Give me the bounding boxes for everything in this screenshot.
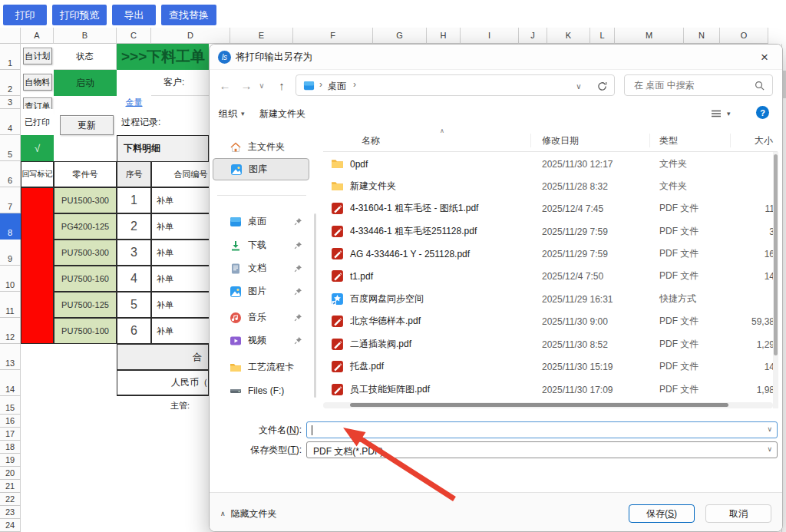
list-header-size[interactable]: 大小: [701, 131, 773, 151]
sidebar-item-drive-f[interactable]: Files (F:): [213, 380, 308, 401]
close-button[interactable]: ×: [747, 45, 782, 70]
cancel-button[interactable]: 取消: [705, 504, 771, 523]
auto-material-button[interactable]: 自物料: [23, 74, 52, 91]
vertical-scrollbar-thumb[interactable]: [774, 154, 778, 355]
savetype-dropdown-chevron[interactable]: ∨: [767, 445, 772, 453]
col-header-O[interactable]: O: [720, 28, 768, 44]
file-row[interactable]: t1.pdf 2025/12/4 7:50 PDF 文件 14: [323, 265, 778, 287]
file-row[interactable]: 托盘.pdf 2025/11/30 15:19 PDF 文件 14: [323, 355, 778, 378]
breadcrumb-path[interactable]: 桌面: [328, 80, 346, 93]
part-cell[interactable]: PU7500-300: [54, 240, 117, 266]
cell-quantity-link[interactable]: 金量: [117, 96, 151, 109]
list-header-type[interactable]: 类型: [659, 131, 678, 151]
seq-cell[interactable]: 6: [117, 318, 151, 344]
search-input[interactable]: [632, 78, 748, 93]
file-row[interactable]: 北京华德样本.pdf 2025/11/30 9:00 PDF 文件 59,38: [323, 310, 778, 332]
row-header-14[interactable]: 14: [0, 370, 21, 396]
hide-folders-button[interactable]: ∧ 隐藏文件夹: [220, 505, 277, 522]
col-header-G[interactable]: G: [373, 28, 427, 44]
col-header-C[interactable]: C: [117, 28, 151, 44]
row-header-6[interactable]: 6: [0, 161, 21, 187]
cell-seq-header[interactable]: 序号: [117, 161, 151, 187]
row-header-16[interactable]: 16: [0, 415, 21, 428]
col-header-L[interactable]: L: [590, 28, 615, 44]
row-header-11[interactable]: 11: [0, 292, 21, 318]
row-header-19[interactable]: 19: [0, 454, 21, 467]
file-row[interactable]: 百度网盘同步空间 2025/11/29 16:31 快捷方式: [323, 288, 778, 310]
filename-combobox[interactable]: ∨: [306, 421, 778, 438]
search-box[interactable]: [624, 74, 773, 96]
sidebar-item-music[interactable]: 音乐: [213, 307, 308, 328]
writeback-red-block[interactable]: [21, 187, 54, 344]
col-header-H[interactable]: H: [427, 28, 461, 44]
row-header-21[interactable]: 21: [0, 480, 21, 493]
filename-dropdown-chevron[interactable]: ∨: [767, 425, 772, 433]
organize-button[interactable]: 组织 ▾: [219, 106, 245, 121]
update-button[interactable]: 更新: [60, 115, 114, 135]
export-button[interactable]: 导出: [112, 5, 156, 25]
seq-cell[interactable]: 2: [117, 213, 151, 240]
sidebar-item-gallery[interactable]: 图库: [213, 158, 309, 180]
file-row[interactable]: 新建文件夹 2025/11/28 8:32 文件夹: [323, 175, 778, 197]
row-header-8[interactable]: 8: [0, 213, 21, 240]
row-header-9[interactable]: 9: [0, 240, 21, 266]
file-row[interactable]: 0pdf 2025/11/30 12:17 文件夹: [323, 153, 778, 175]
sidebar-item-downloads[interactable]: 下载: [213, 235, 308, 256]
cell-partno-header[interactable]: 零件号: [54, 161, 117, 187]
sidebar-item-documents[interactable]: 文档: [213, 258, 308, 279]
manager-label-cell[interactable]: 主管:: [151, 398, 209, 413]
seq-cell[interactable]: 4: [117, 266, 151, 292]
col-header-K[interactable]: K: [547, 28, 590, 44]
row-header-10[interactable]: 10: [0, 266, 21, 292]
view-options-button[interactable]: ▾: [710, 106, 731, 121]
forward-button[interactable]: →: [237, 76, 256, 94]
sidebar-scrollbar[interactable]: [314, 213, 316, 398]
help-icon[interactable]: ?: [756, 106, 769, 119]
select-all-corner[interactable]: [0, 28, 21, 44]
quantity-link[interactable]: 金量: [126, 97, 143, 108]
search-icon[interactable]: [754, 80, 765, 91]
refresh-icon[interactable]: [594, 78, 609, 94]
part-cell[interactable]: PU7500-160: [54, 266, 117, 292]
recent-locations-chevron[interactable]: ∨: [256, 78, 268, 93]
cell-printed-label[interactable]: 已打印: [21, 109, 54, 135]
row-header-1[interactable]: 1: [0, 44, 21, 70]
total-row-cell[interactable]: 合: [117, 344, 209, 370]
col-header-A[interactable]: A: [21, 28, 54, 44]
breadcrumb-bar[interactable]: › 桌面 › ∨: [296, 74, 615, 96]
col-header-E[interactable]: E: [230, 28, 293, 44]
cell-start-status[interactable]: 启动: [54, 70, 117, 96]
address-dropdown-chevron[interactable]: ∨: [571, 78, 586, 94]
row-header-2[interactable]: 2: [0, 70, 21, 96]
savetype-select[interactable]: PDF 文档(*.PDF) ∨: [306, 441, 778, 458]
row-header-7[interactable]: 7: [0, 187, 21, 213]
cell-doc-title[interactable]: >>>下料工单: [117, 44, 209, 70]
seq-cell[interactable]: 5: [117, 292, 151, 318]
file-row[interactable]: 4-31604-1 粗车毛坯 - 图纸1.pdf 2025/12/4 7:45 …: [323, 197, 778, 220]
part-cell[interactable]: PU7500-100: [54, 318, 117, 344]
cell-status-header[interactable]: 状态: [54, 44, 117, 70]
back-button[interactable]: ←: [216, 76, 234, 94]
row-header-15[interactable]: 15: [0, 396, 21, 415]
row-header-23[interactable]: 23: [0, 506, 21, 519]
col-header-I[interactable]: I: [461, 28, 519, 44]
col-header-B[interactable]: B: [54, 28, 117, 44]
filename-input[interactable]: [312, 424, 760, 438]
auto-plan-button[interactable]: 自计划: [23, 48, 52, 64]
part-cell[interactable]: PU1500-300: [54, 187, 117, 213]
row-header-12[interactable]: 12: [0, 318, 21, 344]
sidebar-item-desktop[interactable]: 桌面: [213, 211, 308, 232]
cell-writeback-check[interactable]: √: [21, 135, 54, 161]
sidebar-item-pictures[interactable]: 图片: [213, 281, 308, 302]
col-header-F[interactable]: F: [293, 28, 373, 44]
part-cell[interactable]: PU7500-125: [54, 292, 117, 318]
list-header-name[interactable]: 名称: [362, 131, 380, 151]
file-row[interactable]: 4-33446-1 粗车毛坯251128.pdf 2025/11/29 7:59…: [323, 220, 778, 243]
cell-writeback-header[interactable]: 回写标记: [21, 161, 54, 187]
save-button[interactable]: 保存(S): [629, 504, 695, 523]
file-row[interactable]: 二通插装阀.pdf 2025/11/30 8:52 PDF 文件 1,29: [323, 333, 778, 355]
col-header-N[interactable]: N: [684, 28, 720, 44]
currency-row-cell[interactable]: 人民币（: [117, 370, 209, 396]
row-header-22[interactable]: 22: [0, 493, 21, 506]
col-header-J[interactable]: J: [519, 28, 547, 44]
